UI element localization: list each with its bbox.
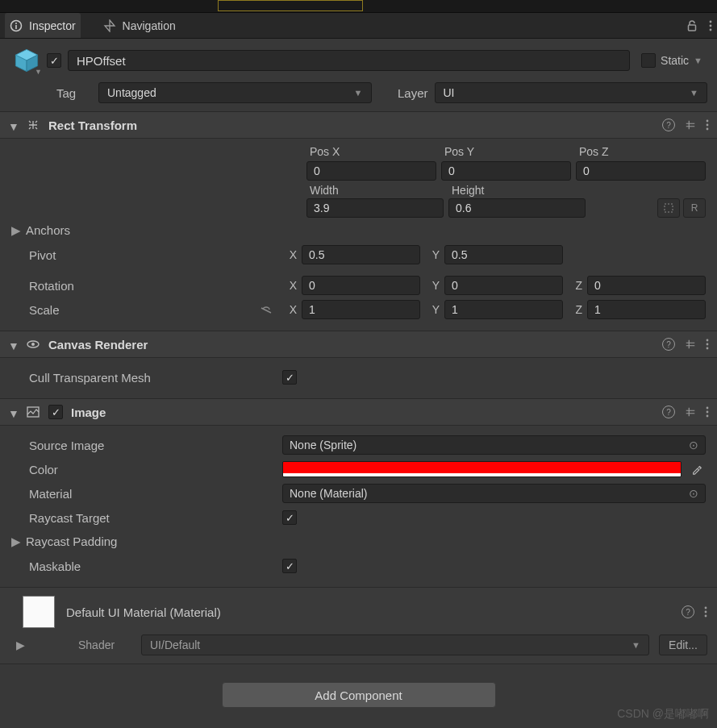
rect-transform-header[interactable]: ▼ Rect Transform ? bbox=[0, 111, 717, 139]
cull-transparent-checkbox[interactable] bbox=[282, 370, 297, 385]
svg-rect-3 bbox=[689, 25, 696, 31]
rotation-z-input[interactable] bbox=[587, 276, 706, 295]
foldout-icon[interactable]: ▼ bbox=[8, 120, 18, 130]
material-field[interactable]: None (Material) ⊙ bbox=[282, 484, 706, 503]
scale-z-input[interactable] bbox=[587, 300, 706, 319]
maskable-label: Maskable bbox=[11, 560, 277, 573]
raw-edit-button[interactable]: R bbox=[683, 198, 706, 218]
source-image-value: None (Sprite) bbox=[290, 439, 356, 451]
navigation-icon bbox=[103, 19, 116, 32]
static-checkbox[interactable] bbox=[641, 53, 656, 68]
tab-inspector[interactable]: Inspector bbox=[5, 13, 81, 38]
material-thumbnail[interactable] bbox=[23, 596, 55, 628]
svg-point-24 bbox=[705, 611, 707, 614]
material-foldout[interactable]: ▶ bbox=[16, 639, 25, 651]
rect-transform-icon bbox=[26, 118, 40, 132]
top-strip bbox=[0, 0, 717, 13]
tag-value: Untagged bbox=[107, 86, 156, 99]
pivot-y-input[interactable] bbox=[444, 245, 563, 264]
component-menu-icon[interactable] bbox=[706, 406, 709, 418]
tag-dropdown[interactable]: Untagged ▼ bbox=[98, 82, 372, 103]
add-component-button[interactable]: Add Component bbox=[222, 682, 496, 708]
svg-rect-2 bbox=[15, 25, 17, 29]
svg-point-17 bbox=[707, 343, 709, 346]
width-input[interactable] bbox=[306, 198, 444, 218]
layer-value: UI bbox=[444, 86, 455, 99]
static-label: Static bbox=[661, 54, 689, 67]
canvas-renderer-header[interactable]: ▼ Canvas Renderer ? bbox=[0, 331, 717, 358]
layer-label: Layer bbox=[386, 86, 428, 100]
anchors-foldout[interactable]: ▶ bbox=[11, 223, 21, 238]
lock-icon[interactable] bbox=[686, 19, 698, 32]
constrain-proportions-icon[interactable] bbox=[258, 304, 274, 315]
posz-label: Pos Z bbox=[576, 145, 706, 158]
preset-icon[interactable] bbox=[685, 339, 696, 350]
raycast-target-label: Raycast Target bbox=[11, 511, 277, 525]
svg-point-18 bbox=[707, 347, 709, 350]
raycast-padding-foldout[interactable]: ▶ bbox=[11, 535, 21, 549]
pivot-label: Pivot bbox=[11, 248, 277, 262]
preset-icon[interactable] bbox=[685, 119, 696, 131]
chevron-down-icon: ▼ bbox=[632, 640, 640, 650]
image-enabled-checkbox[interactable] bbox=[48, 405, 63, 419]
tab-bar: Inspector Navigation bbox=[0, 13, 717, 39]
preset-icon[interactable] bbox=[685, 406, 696, 418]
color-field[interactable] bbox=[282, 461, 682, 477]
help-icon[interactable]: ? bbox=[662, 406, 675, 418]
foldout-icon[interactable]: ▼ bbox=[8, 339, 18, 349]
anchors-label: Anchors bbox=[26, 223, 70, 237]
tag-label: Tag bbox=[56, 86, 92, 100]
shader-row: ▶ Shader UI/Default ▼ Edit... bbox=[0, 631, 717, 664]
gameobject-enabled-checkbox[interactable] bbox=[47, 53, 61, 68]
raycast-target-checkbox[interactable] bbox=[282, 510, 297, 525]
tab-navigation[interactable]: Navigation bbox=[98, 13, 181, 38]
raycast-padding-label: Raycast Padding bbox=[26, 535, 117, 548]
scale-label: Scale bbox=[29, 303, 258, 317]
static-dropdown-arrow[interactable]: ▼ bbox=[694, 56, 702, 65]
component-menu-icon[interactable] bbox=[704, 605, 707, 618]
pivot-x-input[interactable] bbox=[302, 245, 420, 264]
help-icon[interactable]: ? bbox=[662, 338, 675, 351]
svg-point-4 bbox=[710, 20, 712, 23]
object-picker-icon[interactable]: ⊙ bbox=[689, 487, 698, 500]
canvas-renderer-icon bbox=[26, 337, 40, 352]
component-menu-icon[interactable] bbox=[706, 119, 709, 131]
gameobject-name-input[interactable] bbox=[68, 50, 630, 71]
chevron-down-icon: ▼ bbox=[354, 88, 363, 98]
rotation-x-input[interactable] bbox=[302, 276, 420, 295]
image-header[interactable]: ▼ Image ? bbox=[0, 398, 717, 426]
source-image-field[interactable]: None (Sprite) ⊙ bbox=[282, 435, 706, 455]
material-value: None (Material) bbox=[290, 487, 367, 500]
tab-menu-icon[interactable] bbox=[709, 19, 712, 32]
scale-x-input[interactable] bbox=[302, 300, 420, 319]
maskable-checkbox[interactable] bbox=[282, 559, 297, 573]
blueprint-mode-button[interactable] bbox=[657, 198, 680, 218]
posx-input[interactable] bbox=[306, 161, 436, 181]
source-image-label: Source Image bbox=[11, 439, 277, 452]
component-menu-icon[interactable] bbox=[706, 338, 709, 351]
rect-transform-body: Pos X Pos Y Pos Z Width Height bbox=[0, 139, 717, 331]
svg-point-22 bbox=[707, 415, 709, 418]
material-title: Default UI Material (Material) bbox=[66, 605, 670, 619]
help-icon[interactable]: ? bbox=[662, 119, 675, 131]
height-input[interactable] bbox=[448, 198, 586, 218]
material-label: Material bbox=[11, 487, 277, 501]
eyedropper-icon[interactable] bbox=[691, 464, 706, 475]
image-icon bbox=[26, 405, 40, 419]
shader-dropdown[interactable]: UI/Default ▼ bbox=[141, 634, 649, 655]
layer-dropdown[interactable]: UI ▼ bbox=[435, 82, 708, 103]
scale-y-input[interactable] bbox=[444, 300, 563, 319]
info-icon bbox=[10, 19, 23, 32]
anchor-preset-button[interactable] bbox=[11, 145, 302, 158]
help-icon[interactable]: ? bbox=[682, 605, 694, 618]
posy-input[interactable] bbox=[441, 161, 571, 181]
tab-navigation-label: Navigation bbox=[123, 19, 176, 32]
svg-point-1 bbox=[15, 23, 17, 24]
foldout-icon[interactable]: ▼ bbox=[8, 407, 18, 417]
gameobject-icon[interactable]: ▼ bbox=[13, 47, 40, 74]
rotation-y-input[interactable] bbox=[444, 276, 563, 295]
object-picker-icon[interactable]: ⊙ bbox=[689, 439, 698, 451]
chevron-down-icon: ▼ bbox=[690, 88, 698, 98]
posz-input[interactable] bbox=[576, 161, 706, 181]
edit-shader-button[interactable]: Edit... bbox=[659, 634, 707, 655]
